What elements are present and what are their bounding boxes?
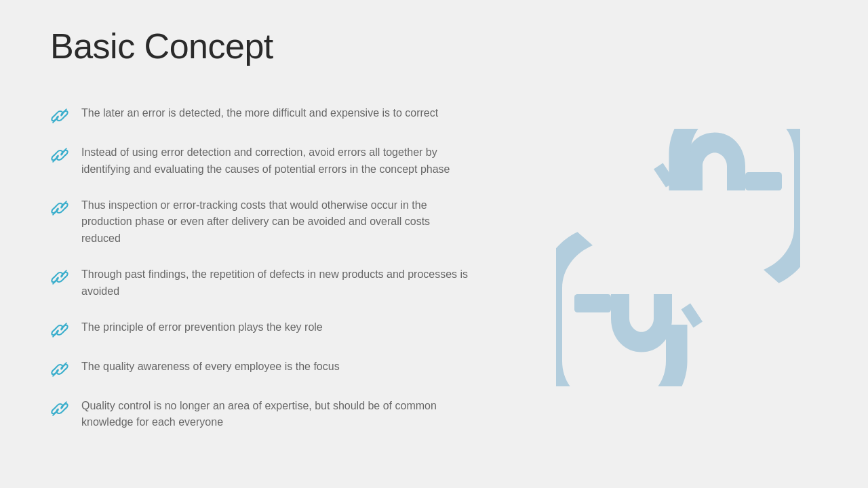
broken-link-icon [50, 399, 69, 418]
list-item-text: Instead of using error detection and cor… [81, 144, 471, 178]
page-title: Basic Concept [50, 26, 273, 66]
list-item: The quality awareness of every employee … [50, 359, 471, 379]
list-item: Through past findings, the repetition of… [50, 266, 471, 300]
decorative-broken-link-icon [556, 129, 800, 386]
list-item: Instead of using error detection and cor… [50, 144, 471, 178]
list-item-text: Quality control is no longer an area of … [81, 398, 471, 432]
broken-link-icon [50, 146, 69, 165]
broken-link-icon [50, 321, 69, 340]
broken-link-icon [50, 360, 69, 379]
list-item: Quality control is no longer an area of … [50, 398, 471, 432]
list-item: The principle of error prevention plays … [50, 319, 471, 340]
list-item-text: Thus inspection or error-tracking costs … [81, 197, 471, 247]
list-item: Thus inspection or error-tracking costs … [50, 197, 471, 247]
svg-rect-1 [574, 294, 611, 312]
content-list: The later an error is detected, the more… [50, 105, 471, 450]
broken-link-icon [50, 106, 69, 125]
broken-link-icon [50, 199, 69, 218]
list-item-text: The later an error is detected, the more… [81, 105, 438, 122]
list-item: The later an error is detected, the more… [50, 105, 471, 125]
list-item-text: The quality awareness of every employee … [81, 359, 340, 375]
list-item-text: Through past findings, the repetition of… [81, 266, 471, 300]
svg-rect-0 [745, 172, 782, 190]
broken-link-icon [50, 268, 69, 287]
list-item-text: The principle of error prevention plays … [81, 319, 323, 336]
